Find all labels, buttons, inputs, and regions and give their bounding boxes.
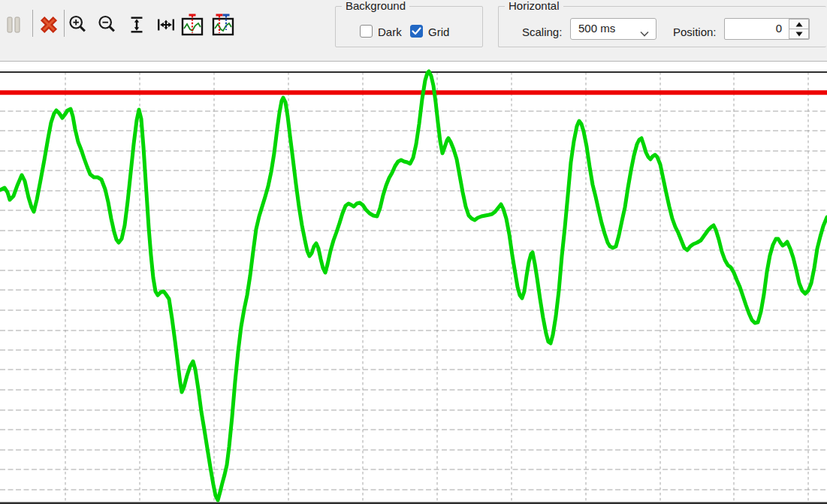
fit-vertical-icon	[126, 14, 147, 38]
position-value: 0	[776, 22, 782, 35]
fit-horizontal-icon	[155, 14, 177, 38]
background-group-title: Background	[342, 0, 409, 12]
grid-checkbox-label: Grid	[428, 26, 449, 38]
position-spin-buttons	[789, 19, 809, 39]
horizontal-group: Horizontal Scaling: 500 ms Position: 0	[498, 6, 826, 47]
zoom-in-icon	[68, 14, 89, 38]
chart-red-cursor-icon	[181, 13, 204, 39]
spin-up-button[interactable]	[789, 19, 809, 29]
dark-checkbox[interactable]	[360, 25, 373, 38]
scaling-value: 500 ms	[578, 22, 615, 35]
signal-viewer-window: Background Dark Grid Horizontal Scaling:…	[0, 0, 827, 504]
grid-checkbox[interactable]	[410, 25, 423, 38]
zoom-out-icon	[97, 14, 118, 38]
chevron-down-icon	[640, 26, 649, 40]
scaling-select[interactable]: 500 ms	[570, 18, 656, 40]
pause-icon	[7, 17, 22, 35]
zoom-out-button[interactable]	[94, 9, 121, 42]
toolbar: Background Dark Grid Horizontal Scaling:…	[0, 0, 827, 62]
horizontal-group-title: Horizontal	[505, 0, 563, 12]
pause-button[interactable]	[1, 9, 28, 42]
cursor-single-button[interactable]	[179, 9, 206, 42]
chart-red-blue-cursor-icon	[212, 13, 234, 39]
signal-trace	[0, 71, 827, 500]
red-x-icon	[38, 14, 59, 38]
background-group: Background Dark Grid	[335, 6, 483, 47]
dark-checkbox-label: Dark	[378, 26, 402, 38]
scaling-label: Scaling:	[522, 26, 562, 38]
clear-button[interactable]	[35, 9, 62, 42]
position-spinbox[interactable]: 0	[724, 18, 810, 40]
toolbar-separator	[32, 10, 33, 37]
waveform-plot[interactable]	[0, 62, 827, 504]
zoom-in-button[interactable]	[65, 9, 92, 42]
cursor-double-button[interactable]	[210, 9, 237, 42]
position-label: Position:	[673, 26, 717, 38]
fit-vertical-button[interactable]	[123, 9, 150, 42]
fit-horizontal-button[interactable]	[152, 9, 180, 42]
spin-down-button[interactable]	[789, 29, 809, 39]
